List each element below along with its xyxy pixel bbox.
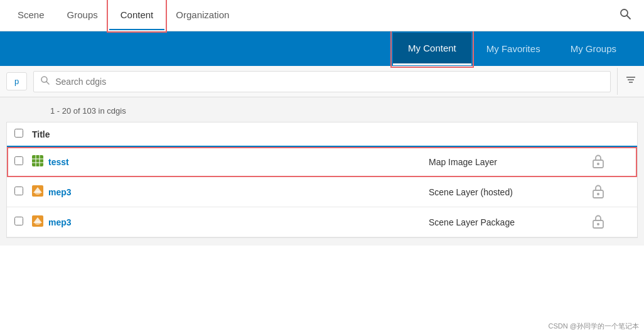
- content-table: Title tesst Ma: [6, 122, 638, 238]
- row1-title-link[interactable]: tesst: [48, 157, 69, 167]
- search-input[interactable]: [55, 77, 604, 87]
- tab-groups[interactable]: Groups: [56, 1, 109, 30]
- result-count: 1 - 20 of 103 in cdgis: [0, 102, 644, 119]
- row2-action: [567, 183, 630, 200]
- row1-checkbox[interactable]: [14, 156, 23, 165]
- row3-icon: [32, 215, 43, 229]
- content-area: 1 - 20 of 103 in cdgis Title: [0, 97, 644, 246]
- left-panel-button[interactable]: p: [6, 72, 27, 90]
- svg-point-16: [35, 191, 41, 195]
- table-row: tesst Map Image Layer: [7, 147, 637, 177]
- header-checkbox-col[interactable]: [14, 129, 32, 139]
- sub-nav-my-groups[interactable]: My Groups: [555, 33, 631, 64]
- row1-checkbox-col[interactable]: [14, 156, 32, 167]
- row3-type: Scene Layer Package: [429, 217, 567, 227]
- row3-title-link[interactable]: mep3: [48, 217, 72, 227]
- table-header: Title: [7, 122, 637, 147]
- select-all-checkbox[interactable]: [14, 129, 23, 138]
- tab-content[interactable]: Content: [109, 1, 165, 30]
- title-column-header: Title: [32, 129, 429, 139]
- top-nav: Scene Groups Content Organization: [0, 0, 644, 31]
- tab-scene[interactable]: Scene: [6, 1, 56, 30]
- row2-checkbox[interactable]: [14, 187, 23, 195]
- watermark: CSDN @孙同学的一个笔记本: [549, 322, 639, 331]
- row1-type: Map Image Layer: [429, 157, 567, 167]
- lock-icon: [591, 214, 605, 229]
- svg-point-23: [597, 223, 599, 225]
- svg-rect-7: [32, 155, 43, 166]
- svg-point-21: [35, 221, 41, 225]
- svg-line-1: [627, 16, 630, 19]
- lock-icon: [591, 153, 605, 168]
- row2-type: Scene Layer (hosted): [429, 187, 567, 197]
- svg-line-3: [46, 82, 49, 84]
- filter-icon[interactable]: [617, 68, 644, 95]
- row1-icon: [32, 155, 43, 168]
- row2-icon: [32, 185, 43, 198]
- sub-nav: My Content My Favorites My Groups: [0, 31, 644, 66]
- row2-checkbox-col[interactable]: [14, 187, 32, 197]
- row3-title-col: mep3: [32, 215, 429, 229]
- svg-point-18: [597, 193, 599, 195]
- row2-title-link[interactable]: mep3: [48, 187, 72, 197]
- search-icon[interactable]: [613, 1, 638, 30]
- search-inline-icon: [40, 75, 50, 88]
- tab-organization[interactable]: Organization: [164, 1, 240, 30]
- table-row: mep3 Scene Layer (hosted): [7, 177, 637, 207]
- lock-icon: [591, 183, 605, 198]
- row3-checkbox-col[interactable]: [14, 217, 32, 227]
- sub-nav-my-content[interactable]: My Content: [393, 33, 471, 65]
- row1-action: [567, 153, 630, 170]
- svg-point-0: [621, 9, 628, 16]
- search-box-container[interactable]: [33, 71, 611, 92]
- search-row: p: [0, 66, 644, 97]
- svg-point-13: [597, 163, 599, 165]
- sub-nav-my-favorites[interactable]: My Favorites: [471, 33, 555, 64]
- row2-title-col: mep3: [32, 185, 429, 198]
- row1-title-col: tesst: [32, 155, 429, 168]
- row3-checkbox[interactable]: [14, 217, 23, 225]
- row3-action: [567, 214, 630, 230]
- table-row: mep3 Scene Layer Package: [7, 207, 637, 237]
